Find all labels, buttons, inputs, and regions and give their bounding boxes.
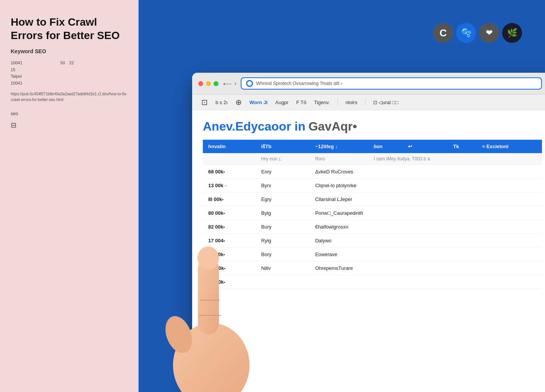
cell-col3: ΔvkeD RuCroves bbox=[310, 165, 542, 179]
browser-window: ⟵ › Whnind Sprotech Ovsarrowing ?mats αi… bbox=[192, 73, 545, 392]
cell-col3: €halfowigrosxn bbox=[310, 220, 542, 234]
cell-col2: Egry bbox=[256, 193, 310, 206]
table-row: 32 00k• Bory Eowerave bbox=[203, 248, 542, 261]
keyword-label: Keyword SEO bbox=[11, 48, 128, 54]
table-row: 8F 00k• bbox=[203, 275, 542, 289]
nav-back-icon[interactable]: ⟵ bbox=[223, 80, 232, 87]
cell-col2: Bylg bbox=[256, 206, 310, 220]
nav-forward-icon[interactable]: › bbox=[234, 80, 236, 87]
toolbar-separator-2 bbox=[365, 99, 366, 106]
toolbar-icon-1[interactable]: ⊡ bbox=[201, 98, 208, 107]
sidebar: How to Fix Crawl Errors for Better SEO K… bbox=[0, 0, 139, 392]
title-part1: Anev. bbox=[203, 119, 235, 133]
toolbar-icon-2[interactable]: ⊕ bbox=[235, 98, 242, 107]
cell-num: S0 00k• bbox=[203, 261, 256, 275]
cell-col3: Cllarsinal LJeper bbox=[310, 193, 542, 206]
table-row: 82 00k• Bury €halfowigrosxn bbox=[203, 220, 542, 234]
toolbar-augpr[interactable]: Augpr bbox=[275, 100, 289, 105]
svg-point-3 bbox=[161, 312, 197, 357]
table-row: 17 004• Rylg Dalywo bbox=[203, 234, 542, 248]
content-header: Anev.Edycaoor in GavAqr• bbox=[203, 119, 542, 134]
toolbar-tiger[interactable]: Tigenv. bbox=[314, 100, 330, 105]
cell-num: 68 00k• bbox=[203, 165, 256, 179]
meta-code: 10041 bbox=[11, 81, 23, 85]
table-subheader: Hry oun⊥ Roro I sam IMey iludya, T003 b … bbox=[203, 153, 542, 165]
page-title: How to Fix Crawl Errors for Better SEO bbox=[11, 15, 128, 42]
cell-num: 32 00k• bbox=[203, 248, 256, 261]
meta-city: Taipei bbox=[11, 74, 22, 78]
address-circle-icon bbox=[246, 80, 253, 87]
address-bar[interactable]: Whnind Sprotech Ovsarrowing ?mats αitl › bbox=[241, 77, 542, 90]
browser-chrome: ⟵ › Whnind Sprotech Ovsarrowing ?mats αi… bbox=[192, 73, 545, 95]
browser-nav: ⟵ › bbox=[223, 80, 236, 87]
cell-num: 17 004• bbox=[203, 234, 256, 248]
toolbar-to[interactable]: F Tō bbox=[296, 100, 307, 105]
cell-num: 80 00k• bbox=[203, 206, 256, 220]
col-header-4: ↩ bbox=[403, 140, 429, 153]
cell-col3: Clqnei-lo ptolynrke bbox=[310, 179, 542, 193]
top-logos: C 🫧 ❤ 🌿 bbox=[433, 23, 522, 43]
title-part2: Edycaoor bbox=[235, 119, 291, 133]
cell-num: 82 00k• bbox=[203, 220, 256, 234]
sidebar-action-icon[interactable]: ⊟ bbox=[11, 121, 128, 129]
cell-col2: Bury bbox=[256, 220, 310, 234]
sub-col-3: I sam IMey iludya, T003 b a bbox=[368, 153, 542, 165]
table-row: 8l 00k• Egry Cllarsinal LJeper bbox=[203, 193, 542, 206]
col-header-6: Tk bbox=[448, 140, 477, 153]
col-header-7: ≈ Excietoni bbox=[477, 140, 542, 153]
cell-col2: Bory bbox=[256, 248, 310, 261]
toolbar-item-1[interactable]: b s 2ı bbox=[215, 100, 228, 105]
col-header-0: hnvalin bbox=[203, 140, 256, 153]
cell-col3 bbox=[310, 275, 542, 289]
toolbar-separator bbox=[338, 99, 338, 106]
toolbar-aural[interactable]: ⊡ ◁ural □□ bbox=[373, 100, 398, 105]
cell-col2 bbox=[256, 275, 310, 289]
table-row: 13 00k→ Byrx Clqnei-lo ptolynrke bbox=[203, 179, 542, 193]
logo-2: 🫧 bbox=[456, 23, 476, 43]
cell-col3: Ponw□_Caurapedinth bbox=[310, 206, 542, 220]
table-row: S0 00k• Nillv OhrepemsTurare bbox=[203, 261, 542, 275]
cell-num: 13 00k→ bbox=[203, 179, 256, 193]
sub-col-2: Roro bbox=[310, 153, 368, 165]
cell-col3: Eowerave bbox=[310, 248, 542, 261]
cell-col3: Dalywo bbox=[310, 234, 542, 248]
cell-col3: OhrepemsTurare bbox=[310, 261, 542, 275]
meta-line1: 10041 50 22 bbox=[11, 60, 82, 65]
title-part3: in bbox=[294, 119, 305, 133]
sub-col-0 bbox=[203, 153, 256, 165]
browser-content: Anev.Edycaoor in GavAqr• hnvalin ls̃Tb ~… bbox=[192, 110, 545, 392]
col-header-1: ls̃Tb bbox=[256, 140, 310, 153]
minimize-button[interactable] bbox=[206, 81, 211, 86]
table-header-row: hnvalin ls̃Tb ~12lifeg ↓ lion ↩ Tk ≈ Exc… bbox=[203, 140, 542, 153]
meta-info: 10041 50 22 15 Taipei 10041 bbox=[11, 60, 128, 87]
address-text: Whnind Sprotech Ovsarrowing ?mats αitl › bbox=[256, 81, 537, 86]
cell-col2: Rylg bbox=[256, 234, 310, 248]
table-row: 68 00k• Eory ΔvkeD RuCroves bbox=[203, 165, 542, 179]
toolbar-nloirs[interactable]: nloirs bbox=[346, 100, 357, 105]
browser-toolbar: ⊡ b s 2ı ⊕ Worn Ji Augpr F Tō Tigenv. nl… bbox=[192, 95, 545, 110]
cell-num: 8l 00k• bbox=[203, 193, 256, 206]
content-title-1: Anev.Edycaoor in bbox=[203, 119, 305, 134]
col-header-5 bbox=[429, 140, 448, 153]
logo-4: 🌿 bbox=[502, 23, 522, 43]
maximize-button[interactable] bbox=[214, 81, 219, 86]
cell-col2: Byrx bbox=[256, 179, 310, 193]
col-header-3: lion bbox=[368, 140, 403, 153]
logo-1: C bbox=[433, 23, 453, 43]
close-button[interactable] bbox=[198, 81, 203, 86]
logo-3: ❤ bbox=[479, 23, 499, 43]
page-url[interactable]: https://pub-5c454f571b8e40a3a2aad27ade84… bbox=[11, 91, 128, 103]
tag-label: seo bbox=[11, 111, 128, 116]
main-area: C 🫧 ❤ 🌿 ⟵ › Whnind Sprotech Ovsarrowing … bbox=[139, 0, 545, 392]
sub-col-1: Hry oun⊥ bbox=[256, 153, 310, 165]
content-subtitle: GavAqr• bbox=[308, 119, 357, 134]
cell-num: 8F 00k• bbox=[203, 275, 256, 289]
toolbar-worn-ji[interactable]: Worn Ji bbox=[250, 100, 268, 105]
col-header-2: ~12lifeg ↓ bbox=[310, 140, 368, 153]
cell-col2: Nillv bbox=[256, 261, 310, 275]
table-row: 80 00k• Bylg Ponw□_Caurapedinth bbox=[203, 206, 542, 220]
meta-line2: 15 bbox=[11, 67, 15, 72]
traffic-lights bbox=[198, 81, 219, 86]
data-table: hnvalin ls̃Tb ~12lifeg ↓ lion ↩ Tk ≈ Exc… bbox=[203, 140, 542, 289]
cell-col2: Eory bbox=[256, 165, 310, 179]
